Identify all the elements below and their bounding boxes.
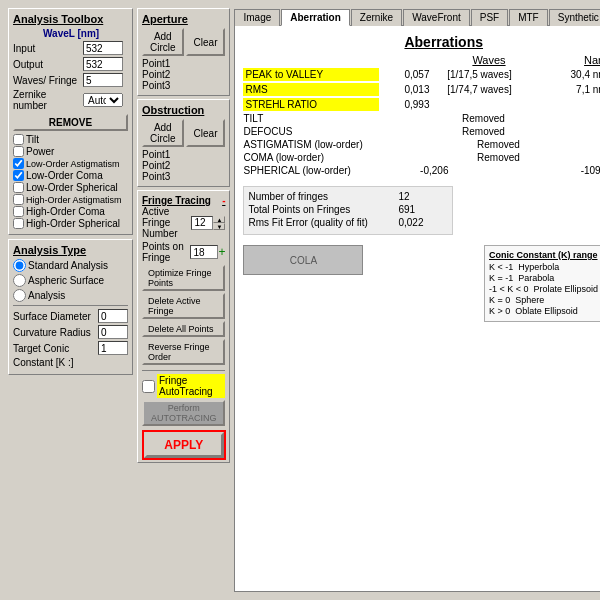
points-fringe-label: Points on Fringe xyxy=(142,241,190,263)
standard-radio-row: Standard Analysis xyxy=(13,259,128,272)
power-checkbox[interactable] xyxy=(13,146,24,157)
add-circle-button[interactable]: Add Circle xyxy=(142,28,184,56)
aber-row-7: SPHERICAL (low-order) -0,206 -109,3 nm. xyxy=(243,165,600,176)
low-coma-checkbox[interactable] xyxy=(13,170,24,181)
aspheric-radio[interactable] xyxy=(13,274,26,287)
surface-diam-label: Surface Diameter xyxy=(13,311,98,322)
optimize-button[interactable]: Optimize Fringe Points xyxy=(142,265,225,291)
high-coma-label: High-Order Coma xyxy=(26,206,105,217)
conic-row-0: K < -1 Hyperbola xyxy=(489,262,600,272)
clear-button2[interactable]: Clear xyxy=(186,119,226,147)
low-sph-label: Low-Order Spherical xyxy=(26,182,118,193)
fringe-plus[interactable]: + xyxy=(218,245,225,259)
aber-bracket-6: Removed xyxy=(448,152,548,163)
active-fringe-field[interactable] xyxy=(191,216,213,230)
high-astig-row: High-Order Astigmatism xyxy=(13,194,128,205)
add-circle-button2[interactable]: Add Circle xyxy=(142,119,184,147)
tab-wavefront[interactable]: WaveFront xyxy=(403,9,470,26)
high-sph-label: High-Order Spherical xyxy=(26,218,120,229)
high-coma-checkbox[interactable] xyxy=(13,206,24,217)
aber-label-1: RMS xyxy=(243,83,379,96)
low-astig-checkbox[interactable] xyxy=(13,158,24,169)
conic-row-2: -1 < K < 0 Prolate Ellipsoid xyxy=(489,284,600,294)
aber-label-5: ASTIGMATISM (low-order) xyxy=(243,139,398,150)
tilt-row: Tilt xyxy=(13,134,128,145)
waves-field[interactable] xyxy=(83,73,123,87)
tab-psf[interactable]: PSF xyxy=(471,9,508,26)
analysis2-label: Analysis xyxy=(28,290,65,301)
standard-label: Standard Analysis xyxy=(28,260,108,271)
input-field[interactable] xyxy=(83,41,123,55)
analysis-type-box: Analysis Type Standard Analysis Aspheric… xyxy=(8,239,133,375)
tilt-checkbox[interactable] xyxy=(13,134,24,145)
tab-mtf[interactable]: MTF xyxy=(509,9,548,26)
zernike-row: Zernike number Auto xyxy=(13,89,128,111)
output-label: Output xyxy=(13,59,83,70)
cola-text: COLA xyxy=(290,255,317,266)
curvature-label: Curvature Radius xyxy=(13,327,98,338)
reverse-button[interactable]: Reverse Fringe Order xyxy=(142,339,225,365)
content-area: Analysis Toolbox WaveL [nm] Input Output… xyxy=(8,8,592,592)
analysis-toolbox-title: Analysis Toolbox xyxy=(13,13,128,25)
delete-all-button[interactable]: Delete All Points xyxy=(142,321,225,337)
remove-button[interactable]: REMOVE xyxy=(13,114,128,131)
obs-point1-label: Point1 xyxy=(142,149,225,160)
standard-radio[interactable] xyxy=(13,259,26,272)
left-panel: Analysis Toolbox WaveL [nm] Input Output… xyxy=(8,8,133,592)
total-points-row: Total Points on Fringes 691 xyxy=(248,204,448,215)
point1-label: Point1 xyxy=(142,58,225,69)
active-fringe-down[interactable]: ▼ xyxy=(213,223,225,230)
high-sph-checkbox[interactable] xyxy=(13,218,24,229)
points-fringe-field[interactable] xyxy=(190,245,218,259)
autotracing-checkbox[interactable] xyxy=(142,380,155,393)
tilt-label: Tilt xyxy=(26,134,39,145)
aber-bracket-0: [1/17,5 waves] xyxy=(429,69,529,80)
tab-image[interactable]: Image xyxy=(234,9,280,26)
zernike-select[interactable]: Auto xyxy=(83,93,123,107)
num-fringes-row: Number of fringes 12 xyxy=(248,191,448,202)
cola-container: COLA xyxy=(243,245,363,322)
output-field[interactable] xyxy=(83,57,123,71)
high-coma-row: High-Order Coma xyxy=(13,206,128,217)
analysis2-radio[interactable] xyxy=(13,289,26,302)
apply-button[interactable]: APPLY xyxy=(144,432,224,458)
low-sph-checkbox[interactable] xyxy=(13,182,24,193)
target-label: Target Conic xyxy=(13,343,98,354)
surface-diam-row: Surface Diameter xyxy=(13,309,128,323)
low-coma-row: Low-Order Coma xyxy=(13,170,128,181)
right-panel: Image Aberration Zernike WaveFront PSF M… xyxy=(234,8,600,592)
tab-synthetic[interactable]: Synthetic xyxy=(549,9,600,26)
active-fringe-up[interactable]: ▲ xyxy=(213,216,225,223)
num-fringes-label: Number of fringes xyxy=(248,191,398,202)
obs-point3-label: Point3 xyxy=(142,171,225,182)
fringe-minus[interactable]: - xyxy=(222,195,225,206)
aber-val-1: 0,013 xyxy=(379,84,429,95)
curvature-field[interactable] xyxy=(98,325,128,339)
middle-panel: Aperture Add Circle Clear Point1 Point2 … xyxy=(137,8,230,592)
surface-diam-field[interactable] xyxy=(98,309,128,323)
tab-zernike[interactable]: Zernike xyxy=(351,9,402,26)
perform-button[interactable]: Perform AUTOTRACING xyxy=(142,400,225,426)
analysis2-radio-row: Analysis xyxy=(13,289,128,302)
tab-aberration[interactable]: Aberration xyxy=(281,9,350,26)
waves-label: Waves/ Fringe xyxy=(13,75,83,86)
aber-row-0: PEAK to VALLEY 0,057 [1/17,5 waves] 30,4… xyxy=(243,68,600,81)
tabs-row: Image Aberration Zernike WaveFront PSF M… xyxy=(234,8,600,25)
aber-bracket-1: [1/74,7 waves] xyxy=(429,84,529,95)
bottom-area: COLA Conic Constant (K) range K < -1 Hyp… xyxy=(243,241,600,322)
target-field[interactable] xyxy=(98,341,128,355)
aber-label-0: PEAK to VALLEY xyxy=(243,68,379,81)
rms-fit-val: 0,022 xyxy=(398,217,448,228)
high-astig-checkbox[interactable] xyxy=(13,194,24,205)
aber-nm-0: 30,4 nm. xyxy=(529,69,600,80)
aber-row-2: STREHL RATIO 0,993 xyxy=(243,98,600,111)
input-label: Input xyxy=(13,43,83,54)
obs-point2-label: Point2 xyxy=(142,160,225,171)
delete-active-button[interactable]: Delete Active Fringe xyxy=(142,293,225,319)
analysis-toolbox-box: Analysis Toolbox WaveL [nm] Input Output… xyxy=(8,8,133,235)
low-sph-row: Low-Order Spherical xyxy=(13,182,128,193)
num-fringes-val: 12 xyxy=(398,191,448,202)
aber-bracket-3: Removed xyxy=(433,113,533,124)
clear-button1[interactable]: Clear xyxy=(186,28,226,56)
analysis-type-title: Analysis Type xyxy=(13,244,128,256)
